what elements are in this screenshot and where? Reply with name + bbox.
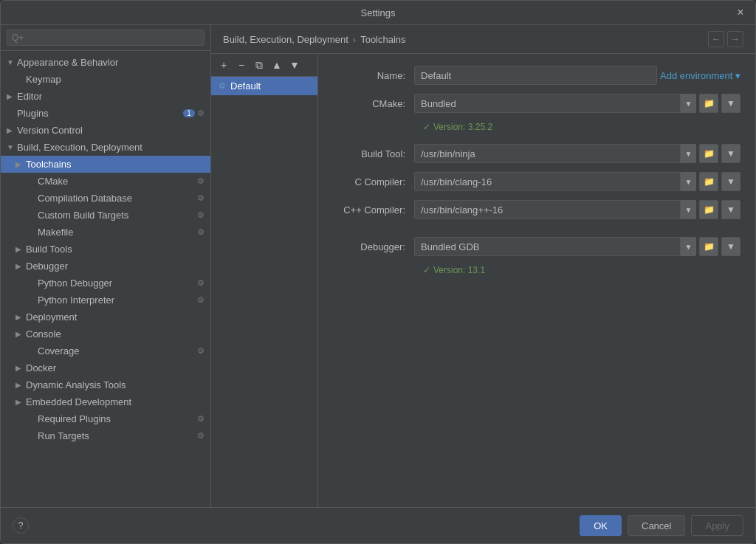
sidebar-item-label: CMake — [38, 176, 197, 187]
debugger-dropdown-button[interactable]: ▼ — [721, 237, 740, 256]
remove-toolchain-button[interactable]: − — [233, 57, 250, 73]
c-compiler-label: C Compiler: — [333, 176, 414, 187]
sidebar-item-debugger[interactable]: ▶ Debugger — [1, 258, 210, 275]
cpp-compiler-folder-button[interactable]: 📁 — [699, 200, 718, 219]
sidebar-item-appearance[interactable]: ▼ Appearance & Behavior — [1, 54, 210, 71]
sidebar-item-cmake[interactable]: CMake ⚙ — [1, 173, 210, 190]
breadcrumb-parent: Build, Execution, Deployment — [223, 34, 348, 45]
help-button[interactable]: ? — [13, 517, 29, 534]
chevron-icon: ▶ — [16, 330, 26, 338]
name-input[interactable] — [414, 66, 657, 85]
debugger-folder-button[interactable]: 📁 — [699, 237, 718, 256]
ok-button[interactable]: OK — [580, 515, 622, 536]
cmake-select-wrapper: Bundled ▼ — [414, 94, 696, 113]
sidebar-tree: ▼ Appearance & Behavior Keymap ▶ Editor … — [1, 51, 210, 507]
build-tool-folder-button[interactable]: 📁 — [699, 144, 718, 163]
cmake-control-group: Bundled ▼ 📁 ▼ — [414, 94, 740, 113]
cancel-button[interactable]: Cancel — [628, 515, 685, 536]
move-up-button[interactable]: ▲ — [269, 57, 285, 73]
sidebar-item-keymap[interactable]: Keymap — [1, 71, 210, 88]
c-compiler-select[interactable]: /usr/bin/clang-16 — [414, 172, 696, 191]
cmake-folder-button[interactable]: 📁 — [699, 94, 718, 113]
sidebar-item-compilation-db[interactable]: Compilation Database ⚙ — [1, 190, 210, 207]
sidebar-item-console[interactable]: ▶ Console — [1, 326, 210, 342]
sidebar-item-plugins[interactable]: Plugins 1 ⚙ — [1, 105, 210, 122]
sidebar-item-required-plugins[interactable]: Required Plugins ⚙ — [1, 410, 210, 427]
add-environment-button[interactable]: Add environment ▾ — [660, 70, 740, 81]
gear-icon: ⚙ — [197, 210, 205, 220]
sidebar-item-docker[interactable]: ▶ Docker — [1, 359, 210, 376]
build-tool-dropdown-button[interactable]: ▼ — [721, 144, 740, 163]
sidebar-item-build-exec-deploy[interactable]: ▼ Build, Execution, Deployment — [1, 139, 210, 156]
sidebar-item-dynamic-analysis[interactable]: ▶ Dynamic Analysis Tools — [1, 376, 210, 393]
sidebar-item-makefile[interactable]: Makefile ⚙ — [1, 224, 210, 241]
gear-icon: ⚙ — [197, 193, 205, 203]
chevron-icon: ▶ — [16, 381, 26, 389]
debugger-select[interactable]: Bundled GDB — [414, 237, 696, 256]
cmake-dropdown-button[interactable]: ▼ — [721, 94, 740, 113]
debugger-version-hint: ✓ Version: 13.1 — [423, 265, 740, 275]
check-icon-debugger: ✓ — [423, 265, 430, 275]
toolchain-list-area: + − ⧉ ▲ ▼ ⚙ Default — [211, 54, 318, 507]
sidebar-item-label: Dynamic Analysis Tools — [26, 379, 205, 390]
sidebar-item-label: Console — [26, 328, 205, 340]
breadcrumb: Build, Execution, Deployment › Toolchain… — [211, 25, 755, 54]
chevron-icon: ▶ — [16, 398, 26, 406]
sidebar-item-deployment[interactable]: ▶ Deployment — [1, 309, 210, 326]
sidebar-item-label: Debugger — [26, 261, 205, 272]
close-button[interactable]: × — [735, 7, 746, 18]
toolchain-toolbar: + − ⧉ ▲ ▼ — [211, 54, 317, 77]
sidebar-item-toolchains[interactable]: ▶ Toolchains — [1, 156, 210, 173]
sidebar-item-editor[interactable]: ▶ Editor — [1, 88, 210, 105]
cpp-compiler-select[interactable]: /usr/bin/clang++-16 — [414, 200, 696, 219]
title-bar: Settings × — [1, 1, 755, 25]
gear-icon: ⚙ — [197, 227, 205, 237]
plugins-badge-area: 1 ⚙ — [183, 109, 205, 118]
forward-button[interactable]: → — [727, 31, 743, 47]
dialog-footer: ? OK Cancel Apply — [1, 507, 755, 543]
sidebar-item-label: Python Interpreter — [38, 295, 197, 306]
chevron-icon: ▶ — [7, 126, 17, 134]
sidebar-item-python-debugger[interactable]: Python Debugger ⚙ — [1, 275, 210, 292]
c-compiler-control-group: /usr/bin/clang-16 ▼ 📁 ▼ — [414, 172, 740, 191]
cpp-compiler-control-group: /usr/bin/clang++-16 ▼ 📁 ▼ — [414, 200, 740, 219]
sidebar-item-embedded-dev[interactable]: ▶ Embedded Development — [1, 393, 210, 410]
name-label: Name: — [333, 70, 414, 81]
debugger-select-wrapper: Bundled GDB ▼ — [414, 237, 696, 256]
sidebar-item-label: Custom Build Targets — [38, 210, 197, 221]
add-toolchain-button[interactable]: + — [216, 57, 232, 73]
cpp-compiler-dropdown-button[interactable]: ▼ — [721, 200, 740, 219]
build-tool-label: Build Tool: — [333, 148, 414, 159]
sidebar-item-label: Build Tools — [26, 244, 205, 255]
sidebar-item-build-tools[interactable]: ▶ Build Tools — [1, 241, 210, 258]
form-row-cpp-compiler: C++ Compiler: /usr/bin/clang++-16 ▼ 📁 ▼ — [333, 200, 740, 219]
chevron-icon: ▶ — [16, 313, 26, 321]
copy-toolchain-button[interactable]: ⧉ — [251, 57, 267, 73]
build-tool-select[interactable]: /usr/bin/ninja — [414, 144, 696, 163]
c-compiler-folder-button[interactable]: 📁 — [699, 172, 718, 191]
sidebar-item-custom-build-targets[interactable]: Custom Build Targets ⚙ — [1, 207, 210, 224]
move-down-button[interactable]: ▼ — [286, 57, 303, 73]
sidebar-item-coverage[interactable]: Coverage ⚙ — [1, 342, 210, 359]
gear-icon: ⚙ — [197, 295, 205, 305]
cpp-compiler-label: C++ Compiler: — [333, 204, 414, 216]
chevron-icon: ▼ — [7, 143, 17, 151]
sidebar-item-version-control[interactable]: ▶ Version Control — [1, 122, 210, 139]
sidebar-item-run-targets[interactable]: Run Targets ⚙ — [1, 427, 210, 444]
toolchain-item-default[interactable]: ⚙ Default — [211, 77, 317, 95]
breadcrumb-separator: › — [353, 34, 356, 45]
breadcrumb-nav: ← → — [708, 31, 743, 47]
sidebar-item-label: Python Debugger — [38, 278, 197, 289]
sidebar-item-label: Docker — [26, 362, 205, 373]
sidebar-item-label: Required Plugins — [38, 413, 197, 424]
search-box — [1, 25, 210, 51]
breadcrumb-current: Toolchains — [360, 34, 405, 45]
back-button[interactable]: ← — [708, 31, 724, 47]
sidebar-item-python-interpreter[interactable]: Python Interpreter ⚙ — [1, 292, 210, 309]
apply-button[interactable]: Apply — [691, 515, 743, 536]
cmake-select[interactable]: Bundled — [414, 94, 696, 113]
c-compiler-dropdown-button[interactable]: ▼ — [721, 172, 740, 191]
search-input[interactable] — [7, 30, 205, 46]
toolchain-form: Name: Add environment ▾ CMake: Bundl — [318, 54, 755, 507]
gear-icon: ⚙ — [197, 346, 205, 356]
